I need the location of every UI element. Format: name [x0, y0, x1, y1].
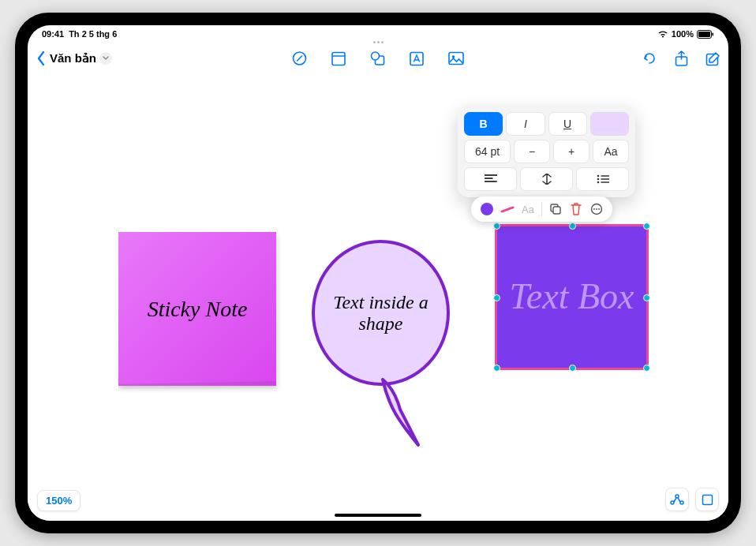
- ipad-frame: 09:41 Th 2 5 thg 6 100% Văn: [15, 13, 741, 533]
- svg-point-6: [372, 52, 380, 60]
- resize-handle-tm[interactable]: [569, 223, 576, 230]
- canvas[interactable]: Sticky Note Text inside a shape Text Box: [28, 74, 728, 521]
- text-tool-icon[interactable]: [410, 51, 425, 66]
- text-style-button[interactable]: Aa: [518, 200, 537, 219]
- sticky-note-tool-icon[interactable]: [331, 51, 346, 66]
- font-size-display[interactable]: 64 pt: [464, 140, 511, 163]
- screen: 09:41 Th 2 5 thg 6 100% Văn: [28, 25, 728, 521]
- sticky-note-text: Sticky Note: [148, 297, 248, 322]
- svg-rect-24: [702, 495, 712, 504]
- resize-handle-ml[interactable]: [493, 294, 500, 301]
- shape-tool-icon[interactable]: [370, 50, 386, 66]
- document-title[interactable]: Văn bản: [50, 51, 112, 65]
- svg-rect-4: [332, 52, 345, 65]
- align-left-button[interactable]: [464, 167, 517, 191]
- svg-rect-16: [553, 207, 560, 214]
- italic-button[interactable]: I: [506, 112, 545, 136]
- back-button[interactable]: [36, 51, 47, 65]
- wifi-icon: [657, 30, 668, 38]
- text-box-text: Text Box: [510, 277, 634, 317]
- compose-icon[interactable]: [705, 51, 720, 66]
- align-vertical-button[interactable]: [520, 167, 573, 191]
- font-size-increase-button[interactable]: +: [553, 140, 589, 163]
- svg-rect-2: [713, 32, 714, 36]
- toolbar-right: [642, 50, 720, 67]
- resize-handle-tl[interactable]: [493, 223, 500, 230]
- svg-point-19: [596, 208, 597, 210]
- svg-point-14: [597, 181, 599, 184]
- resize-handle-mr[interactable]: [643, 294, 650, 301]
- zoom-button[interactable]: 150%: [37, 490, 80, 511]
- fill-color-button[interactable]: [477, 200, 496, 219]
- text-color-swatch[interactable]: [590, 112, 629, 136]
- svg-rect-8: [449, 53, 463, 65]
- stroke-color-button[interactable]: [498, 200, 517, 219]
- context-toolbar: Aa: [471, 196, 612, 222]
- text-case-button[interactable]: Aa: [593, 140, 629, 163]
- more-button[interactable]: [587, 200, 606, 219]
- toolbar-center: [292, 50, 465, 66]
- font-size-decrease-button[interactable]: −: [514, 140, 550, 163]
- svg-point-12: [597, 175, 599, 178]
- share-icon[interactable]: [675, 50, 688, 67]
- svg-point-13: [597, 178, 599, 181]
- format-popover: B I U 64 pt − + Aa: [458, 106, 635, 197]
- delete-button[interactable]: [567, 200, 586, 219]
- document-title-text: Văn bản: [50, 51, 96, 65]
- status-left: 09:41 Th 2 5 thg 6: [42, 29, 117, 39]
- resize-handle-tr[interactable]: [643, 223, 650, 230]
- chevron-down-icon: [99, 52, 112, 65]
- connections-button[interactable]: [665, 488, 689, 511]
- media-tool-icon[interactable]: [448, 51, 465, 65]
- resize-handle-bl[interactable]: [493, 365, 500, 372]
- resize-handle-bm[interactable]: [569, 365, 576, 372]
- underline-button[interactable]: U: [548, 112, 587, 136]
- battery-percent: 100%: [672, 29, 694, 39]
- home-indicator[interactable]: [335, 514, 421, 517]
- navigator-button[interactable]: [695, 488, 719, 511]
- undo-icon[interactable]: [642, 50, 657, 66]
- bottom-right-controls: [665, 488, 719, 511]
- text-box-selected[interactable]: Text Box: [495, 224, 649, 370]
- battery-icon: [697, 30, 714, 39]
- status-right: 100%: [657, 29, 714, 39]
- status-date: Th 2 5 thg 6: [69, 29, 117, 39]
- bold-button[interactable]: B: [464, 112, 503, 136]
- list-button[interactable]: [576, 167, 629, 191]
- stroke-icon: [500, 206, 515, 213]
- svg-point-23: [676, 495, 679, 498]
- svg-rect-1: [698, 32, 710, 37]
- sticky-note[interactable]: Sticky Note: [118, 232, 276, 386]
- divider: [541, 202, 542, 216]
- speech-bubble-shape[interactable]: Text inside a shape: [312, 240, 450, 386]
- duplicate-button[interactable]: [546, 200, 565, 219]
- fill-color-icon: [481, 203, 493, 215]
- speech-bubble-tail: [375, 378, 430, 449]
- pen-tool-icon[interactable]: [292, 50, 308, 66]
- status-time: 09:41: [42, 29, 64, 39]
- svg-point-18: [593, 208, 595, 210]
- app-bar: Văn bản: [28, 43, 728, 74]
- status-bar: 09:41 Th 2 5 thg 6 100%: [28, 25, 728, 43]
- speech-bubble-text: Text inside a shape: [323, 292, 439, 335]
- svg-point-20: [598, 208, 600, 210]
- resize-handle-br[interactable]: [643, 365, 650, 372]
